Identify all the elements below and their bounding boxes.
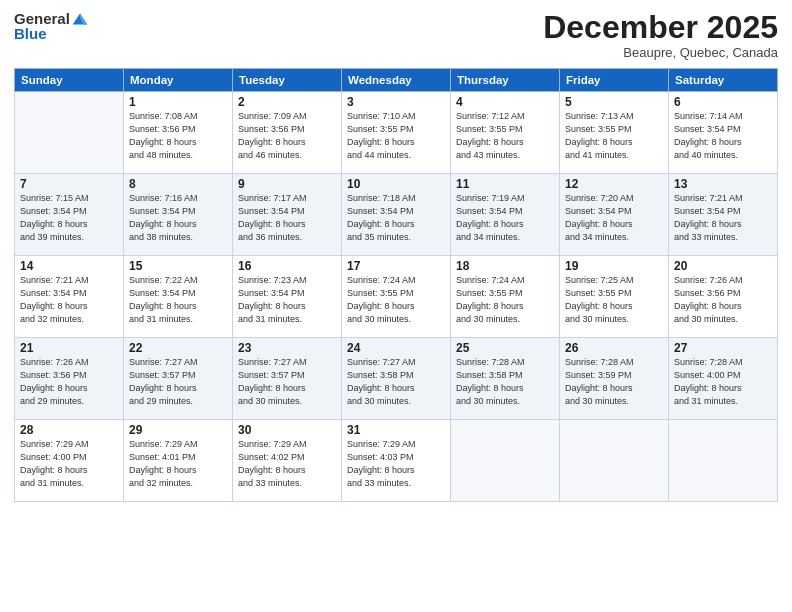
page-container: General Blue December 2025 Beaupre, Queb… [0,0,792,612]
col-header-tuesday: Tuesday [233,69,342,92]
sunrise-text: Sunrise: 7:29 AM [238,439,307,449]
day-number: 11 [456,177,554,191]
calendar-cell: 27Sunrise: 7:28 AMSunset: 4:00 PMDayligh… [669,338,778,420]
calendar-cell: 5Sunrise: 7:13 AMSunset: 3:55 PMDaylight… [560,92,669,174]
sunset-text: Sunset: 4:00 PM [674,370,741,380]
day-number: 20 [674,259,772,273]
calendar-cell: 13Sunrise: 7:21 AMSunset: 3:54 PMDayligh… [669,174,778,256]
col-header-friday: Friday [560,69,669,92]
sunset-text: Sunset: 3:55 PM [456,288,523,298]
daylight-text: Daylight: 8 hours [20,383,88,393]
daylight-continued: and 35 minutes. [347,232,411,242]
cell-info: Sunrise: 7:26 AMSunset: 3:56 PMDaylight:… [20,356,118,408]
calendar-cell: 19Sunrise: 7:25 AMSunset: 3:55 PMDayligh… [560,256,669,338]
day-number: 31 [347,423,445,437]
sunrise-text: Sunrise: 7:09 AM [238,111,307,121]
daylight-continued: and 44 minutes. [347,150,411,160]
sunset-text: Sunset: 3:55 PM [347,288,414,298]
sunset-text: Sunset: 3:54 PM [347,206,414,216]
sunrise-text: Sunrise: 7:08 AM [129,111,198,121]
logo: General Blue [14,10,89,43]
daylight-continued: and 38 minutes. [129,232,193,242]
day-number: 7 [20,177,118,191]
calendar-cell: 3Sunrise: 7:10 AMSunset: 3:55 PMDaylight… [342,92,451,174]
month-title: December 2025 [543,10,778,45]
cell-info: Sunrise: 7:25 AMSunset: 3:55 PMDaylight:… [565,274,663,326]
sunset-text: Sunset: 3:58 PM [456,370,523,380]
calendar-cell: 12Sunrise: 7:20 AMSunset: 3:54 PMDayligh… [560,174,669,256]
sunset-text: Sunset: 3:54 PM [20,288,87,298]
day-number: 10 [347,177,445,191]
day-number: 26 [565,341,663,355]
day-number: 25 [456,341,554,355]
daylight-text: Daylight: 8 hours [456,137,524,147]
daylight-continued: and 29 minutes. [129,396,193,406]
calendar-cell: 14Sunrise: 7:21 AMSunset: 3:54 PMDayligh… [15,256,124,338]
daylight-continued: and 30 minutes. [347,314,411,324]
col-header-thursday: Thursday [451,69,560,92]
calendar-cell [669,420,778,502]
cell-info: Sunrise: 7:10 AMSunset: 3:55 PMDaylight:… [347,110,445,162]
daylight-continued: and 31 minutes. [20,478,84,488]
daylight-text: Daylight: 8 hours [129,137,197,147]
cell-info: Sunrise: 7:29 AMSunset: 4:03 PMDaylight:… [347,438,445,490]
sunrise-text: Sunrise: 7:28 AM [456,357,525,367]
daylight-text: Daylight: 8 hours [674,301,742,311]
daylight-text: Daylight: 8 hours [565,137,633,147]
cell-info: Sunrise: 7:23 AMSunset: 3:54 PMDaylight:… [238,274,336,326]
cell-info: Sunrise: 7:08 AMSunset: 3:56 PMDaylight:… [129,110,227,162]
sunrise-text: Sunrise: 7:25 AM [565,275,634,285]
day-number: 24 [347,341,445,355]
sunrise-text: Sunrise: 7:29 AM [347,439,416,449]
cell-info: Sunrise: 7:22 AMSunset: 3:54 PMDaylight:… [129,274,227,326]
sunset-text: Sunset: 3:54 PM [456,206,523,216]
cell-info: Sunrise: 7:15 AMSunset: 3:54 PMDaylight:… [20,192,118,244]
day-number: 22 [129,341,227,355]
sunrise-text: Sunrise: 7:24 AM [347,275,416,285]
daylight-continued: and 34 minutes. [456,232,520,242]
cell-info: Sunrise: 7:12 AMSunset: 3:55 PMDaylight:… [456,110,554,162]
daylight-continued: and 30 minutes. [347,396,411,406]
daylight-text: Daylight: 8 hours [20,301,88,311]
sunrise-text: Sunrise: 7:21 AM [674,193,743,203]
cell-info: Sunrise: 7:13 AMSunset: 3:55 PMDaylight:… [565,110,663,162]
sunrise-text: Sunrise: 7:10 AM [347,111,416,121]
calendar-cell: 8Sunrise: 7:16 AMSunset: 3:54 PMDaylight… [124,174,233,256]
daylight-text: Daylight: 8 hours [347,465,415,475]
sunrise-text: Sunrise: 7:27 AM [347,357,416,367]
cell-info: Sunrise: 7:21 AMSunset: 3:54 PMDaylight:… [20,274,118,326]
daylight-text: Daylight: 8 hours [129,301,197,311]
daylight-continued: and 46 minutes. [238,150,302,160]
calendar-week-row: 14Sunrise: 7:21 AMSunset: 3:54 PMDayligh… [15,256,778,338]
calendar-cell: 4Sunrise: 7:12 AMSunset: 3:55 PMDaylight… [451,92,560,174]
daylight-continued: and 31 minutes. [238,314,302,324]
daylight-continued: and 33 minutes. [674,232,738,242]
daylight-text: Daylight: 8 hours [238,219,306,229]
sunset-text: Sunset: 4:02 PM [238,452,305,462]
col-header-saturday: Saturday [669,69,778,92]
sunset-text: Sunset: 3:57 PM [238,370,305,380]
calendar-cell: 7Sunrise: 7:15 AMSunset: 3:54 PMDaylight… [15,174,124,256]
day-number: 17 [347,259,445,273]
col-header-sunday: Sunday [15,69,124,92]
sunrise-text: Sunrise: 7:24 AM [456,275,525,285]
col-header-wednesday: Wednesday [342,69,451,92]
sunset-text: Sunset: 3:57 PM [129,370,196,380]
calendar-cell: 21Sunrise: 7:26 AMSunset: 3:56 PMDayligh… [15,338,124,420]
sunset-text: Sunset: 3:58 PM [347,370,414,380]
sunset-text: Sunset: 3:55 PM [565,288,632,298]
calendar-cell: 22Sunrise: 7:27 AMSunset: 3:57 PMDayligh… [124,338,233,420]
daylight-text: Daylight: 8 hours [20,219,88,229]
cell-info: Sunrise: 7:27 AMSunset: 3:57 PMDaylight:… [129,356,227,408]
calendar-cell: 1Sunrise: 7:08 AMSunset: 3:56 PMDaylight… [124,92,233,174]
daylight-text: Daylight: 8 hours [674,137,742,147]
daylight-continued: and 33 minutes. [347,478,411,488]
calendar-header-row: SundayMondayTuesdayWednesdayThursdayFrid… [15,69,778,92]
daylight-text: Daylight: 8 hours [456,383,524,393]
calendar-cell: 31Sunrise: 7:29 AMSunset: 4:03 PMDayligh… [342,420,451,502]
daylight-continued: and 33 minutes. [238,478,302,488]
daylight-text: Daylight: 8 hours [129,465,197,475]
cell-info: Sunrise: 7:26 AMSunset: 3:56 PMDaylight:… [674,274,772,326]
sunrise-text: Sunrise: 7:13 AM [565,111,634,121]
day-number: 1 [129,95,227,109]
